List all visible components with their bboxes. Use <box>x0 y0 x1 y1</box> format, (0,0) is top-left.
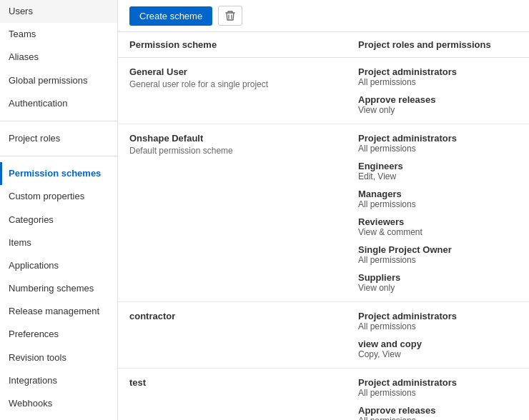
role-name: Reviewers <box>358 216 518 227</box>
table-row: testProject administratorsAll permission… <box>118 369 529 420</box>
sidebar-item-authentication[interactable]: Authentication <box>0 92 117 115</box>
scheme-info: General UserGeneral user role for a sing… <box>129 66 358 89</box>
role-entry: view and copyCopy, View <box>358 339 518 359</box>
role-entry: Approve releasesView only <box>358 94 518 115</box>
sidebar-item-categories[interactable]: Categories <box>0 209 117 231</box>
role-name: Managers <box>358 189 518 199</box>
sidebar-divider <box>0 156 117 156</box>
table-row: Onshape DefaultDefault permission scheme… <box>118 124 529 302</box>
role-permissions: Edit, View <box>358 171 518 181</box>
role-name: Suppliers <box>358 272 518 283</box>
role-name: Project administrators <box>358 133 518 144</box>
role-permissions: All permissions <box>358 144 518 154</box>
scheme-description: Default permission scheme <box>129 146 358 156</box>
role-entry: Single Project OwnerAll permissions <box>358 244 518 265</box>
table-header: Permission scheme Project roles and perm… <box>118 32 529 58</box>
sidebar-item-aliases[interactable]: Aliases <box>0 46 117 69</box>
role-permissions: View only <box>358 105 518 115</box>
sidebar-item-revision-tools[interactable]: Revision tools <box>0 346 117 369</box>
table-row: contractorProject administratorsAll perm… <box>118 302 529 369</box>
role-permissions: All permissions <box>358 77 518 87</box>
table-body: General UserGeneral user role for a sing… <box>118 58 529 420</box>
role-entry: SuppliersView only <box>358 272 518 293</box>
sidebar-item-numbering-schemes[interactable]: Numbering schemes <box>0 277 117 300</box>
sidebar-item-arena[interactable]: Arena <box>0 415 117 420</box>
role-entry: Approve releasesAll permissions <box>358 405 518 420</box>
sidebar-item-release-management[interactable]: Release management <box>0 300 117 323</box>
sidebar-item-custom-properties[interactable]: Custom properties <box>0 185 117 208</box>
delete-button[interactable] <box>218 6 242 26</box>
role-name: view and copy <box>358 339 518 349</box>
col-roles-header: Project roles and permissions <box>358 39 518 50</box>
role-permissions: All permissions <box>358 416 518 420</box>
sidebar-divider <box>0 121 117 121</box>
scheme-info: contractor <box>129 311 358 324</box>
role-entry: Project administratorsAll permissions <box>358 311 518 331</box>
role-permissions: All permissions <box>358 255 518 265</box>
role-permissions: All permissions <box>358 321 518 331</box>
role-name: Single Project Owner <box>358 244 518 255</box>
role-permissions: All permissions <box>358 199 518 209</box>
toolbar: Create scheme <box>118 0 529 32</box>
role-entry: ReviewersView & comment <box>358 216 518 237</box>
scheme-name: General User <box>129 66 358 77</box>
sidebar-item-users[interactable]: Users <box>0 0 117 23</box>
role-permissions: Copy, View <box>358 349 518 359</box>
scheme-name: test <box>129 377 358 388</box>
scheme-name: contractor <box>129 311 358 321</box>
role-name: Engineers <box>358 161 518 171</box>
scheme-info: Onshape DefaultDefault permission scheme <box>129 133 358 156</box>
role-entry: EngineersEdit, View <box>358 161 518 181</box>
role-permissions: View & comment <box>358 227 518 237</box>
role-name: Project administrators <box>358 66 518 77</box>
main-content: Create scheme Permission scheme Project … <box>118 0 529 420</box>
roles-list: Project administratorsAll permissionsApp… <box>358 377 518 420</box>
role-name: Approve releases <box>358 94 518 105</box>
sidebar-item-applications[interactable]: Applications <box>0 254 117 277</box>
roles-list: Project administratorsAll permissionsEng… <box>358 133 518 293</box>
role-name: Approve releases <box>358 405 518 416</box>
role-entry: Project administratorsAll permissions <box>358 66 518 87</box>
sidebar-item-global-permissions[interactable]: Global permissions <box>0 69 117 92</box>
roles-list: Project administratorsAll permissionsApp… <box>358 66 518 115</box>
col-scheme-header: Permission scheme <box>129 39 358 50</box>
roles-list: Project administratorsAll permissionsvie… <box>358 311 518 359</box>
scheme-name: Onshape Default <box>129 133 358 144</box>
role-entry: Project administratorsAll permissions <box>358 133 518 154</box>
role-entry: Project administratorsAll permissions <box>358 377 518 398</box>
table-row: General UserGeneral user role for a sing… <box>118 58 529 124</box>
sidebar-item-preferences[interactable]: Preferences <box>0 323 117 346</box>
sidebar-item-project-roles[interactable]: Project roles <box>0 127 117 150</box>
role-permissions: All permissions <box>358 388 518 398</box>
trash-icon <box>224 10 236 21</box>
sidebar-item-teams[interactable]: Teams <box>0 23 117 46</box>
scheme-description: General user role for a single project <box>129 79 358 89</box>
scheme-info: test <box>129 377 358 390</box>
sidebar-item-webhooks[interactable]: Webhooks <box>0 392 117 415</box>
sidebar-item-permission-schemes[interactable]: Permission schemes <box>0 162 117 185</box>
role-name: Project administrators <box>358 311 518 321</box>
role-permissions: View only <box>358 283 518 293</box>
role-entry: ManagersAll permissions <box>358 189 518 209</box>
sidebar: UsersTeamsAliasesGlobal permissionsAuthe… <box>0 0 118 420</box>
sidebar-item-items[interactable]: Items <box>0 231 117 254</box>
create-scheme-button[interactable]: Create scheme <box>129 6 212 26</box>
role-name: Project administrators <box>358 377 518 388</box>
sidebar-item-integrations[interactable]: Integrations <box>0 369 117 392</box>
